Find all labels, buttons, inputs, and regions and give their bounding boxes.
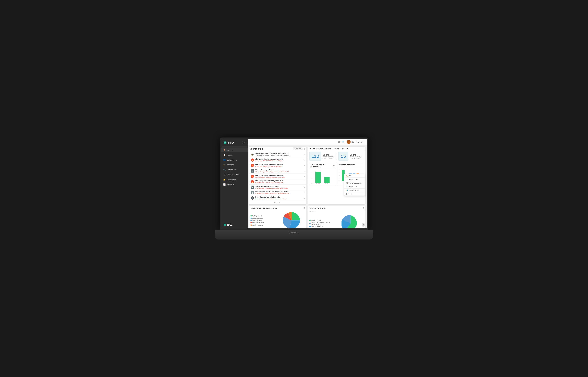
header: ✉ 🔍 Derrick Brown ▾ <box>248 139 367 145</box>
kpa-text: KPA <box>228 141 234 144</box>
hamburger-icon[interactable]: ☰ <box>243 141 246 144</box>
user-name: Derrick Brown <box>351 141 363 143</box>
task-arrow-icon: ▶ <box>304 192 305 194</box>
training-status-header: TRAINING STATUS BY JOB TITLE ⚙ <box>249 206 306 210</box>
doc-task-icon: 📄 <box>251 191 254 194</box>
training-status-legend: Drill Specialist Project Manager <box>250 215 277 226</box>
task-item[interactable]: 🏛 'Chemical Awareness' Is Expired 9 mont… <box>249 185 306 190</box>
completion-label-2: Count <box>350 153 361 156</box>
edit-icon: ✏️ <box>346 175 348 177</box>
completion-sub2a: Count (Concrete) <box>350 156 361 158</box>
context-menu-export-excel[interactable]: 📊 Export Excel <box>344 188 365 192</box>
building-task-icon: 🏛 <box>251 186 254 189</box>
training-status-content: Drill Specialist Project Manager <box>249 210 306 228</box>
kpa-logo-icon <box>223 141 227 144</box>
service-manager-label: Service Manager <box>252 224 264 226</box>
covid-chart: 0 2 4 month1 month2 <box>309 169 336 185</box>
completion-card-1: 110 Count Count (Assembly) 67% (110 of 1… <box>309 152 334 161</box>
mail-icon[interactable]: ✉ <box>338 141 340 143</box>
form-responses-icon: 📋 <box>346 182 348 184</box>
task-subtitle: 10 months ago This training expired on M… <box>255 171 303 173</box>
area-manager-dot <box>250 220 252 221</box>
task-arrow-icon: ▶ <box>304 181 305 183</box>
task-title: Fire Extinguisher: Monthly Inspection <box>255 158 303 160</box>
user-menu[interactable]: Derrick Brown ▾ <box>347 140 365 144</box>
incident-report-dot <box>309 220 311 221</box>
task-subtitle: 9 months ago EX-0003-DEMO is out of date… <box>255 182 303 183</box>
incident-header: INCIDENT REPORTS <box>337 163 364 167</box>
training-completions-header: TRAINING COMPLETIONS BY LINE OF BUSINESS… <box>308 147 365 151</box>
completion-number-1: 110 <box>309 152 321 161</box>
task-content: 'Anti-Harassment Training for Employees … <box>255 153 303 156</box>
task-title: Body Harness: Monthly Inspection <box>255 196 303 198</box>
training-task-icon: 🎓 <box>251 153 254 156</box>
forms-icon: 📋 <box>223 154 226 156</box>
context-menu-delete[interactable]: 🗑 Delete <box>344 192 365 196</box>
covid-widget: COVID-19 HEALTH SCREENING ⚙ 0 2 <box>309 163 336 185</box>
context-menu-form-responses[interactable]: 📋 Form Responses <box>344 181 365 185</box>
task-arrow-icon: ▶ <box>304 165 305 166</box>
task-item[interactable]: 🎓 'Anti-Harassment Training for Employee… <box>249 152 306 157</box>
completion-sub1b: 67% (110 of 165) <box>323 158 334 159</box>
help-button[interactable]: ? <box>362 223 365 227</box>
harness-task-icon: ⚓ <box>251 197 254 200</box>
svg-text:0.5: 0.5 <box>339 177 340 179</box>
task-item[interactable]: 🏛 'Driver Training' Is Expired 10 months… <box>249 168 306 174</box>
context-menu-edit[interactable]: ✏️ Edit <box>344 174 365 177</box>
sidebar: KPA ☰ 🏠 Home 📋 Forms 👥 Employees <box>221 139 248 228</box>
task-item[interactable]: 🔥 Fire Extinguisher: Monthly Inspection … <box>249 174 306 179</box>
task-content: Fire Extinguisher: Monthly Inspection 9 … <box>255 180 303 184</box>
svg-text:4: 4 <box>311 172 312 173</box>
export-excel-icon: 📊 <box>346 189 348 191</box>
todays-reports-gear-icon[interactable]: ⚙ <box>362 207 364 209</box>
sidebar-bottom-logo-icon <box>223 223 226 226</box>
add-task-button[interactable]: + Add Task <box>293 147 303 150</box>
avatar-image <box>347 140 351 144</box>
export-pdf-icon: 📄 <box>346 186 348 188</box>
sidebar-item-training[interactable]: 🎓 Training <box>221 162 248 167</box>
show-all-button[interactable]: Show All ▾ <box>249 201 306 204</box>
covid-gear-icon[interactable]: ⚙ <box>333 165 335 167</box>
tasks-widget-header: 25 OPEN TASKS + Add Task ⚙ <box>249 147 306 152</box>
sidebar-item-home[interactable]: 🏠 Home <box>221 147 248 153</box>
delete-icon: 🗑 <box>346 193 348 195</box>
context-form-responses-label: Form Responses <box>349 182 361 184</box>
main-area: ✉ 🔍 Derrick Brown ▾ <box>248 139 367 228</box>
task-list: 🎓 'Anti-Harassment Training for Employee… <box>249 151 306 201</box>
training-status-gear-icon[interactable]: ⚙ <box>304 207 305 209</box>
sidebar-item-equipment[interactable]: 🔧 Equipment <box>221 167 248 172</box>
task-item[interactable]: 🔥 Fire Extinguisher: Monthly Inspection … <box>249 163 306 168</box>
service-manager-dot <box>250 224 252 226</box>
todays-reports-widget: TODAY'S REPORTS ⚙ 12/21/21 Incident Repo… <box>308 206 365 228</box>
todays-reports-legend: Incident Report COVID-19 Employee Health… <box>309 219 336 228</box>
sidebar-item-employees[interactable]: 👥 Employees <box>221 157 248 162</box>
context-export-excel-label: Export Excel <box>349 189 358 191</box>
sidebar-item-analysis[interactable]: 📈 Analysis <box>221 182 248 187</box>
nav-items: 🏠 Home 📋 Forms 👥 Employees 🎓 Training <box>221 147 248 221</box>
svg-text:month2: month2 <box>325 183 328 184</box>
tasks-gear-icon[interactable]: ⚙ <box>304 148 305 150</box>
resources-icon: 📁 <box>223 178 226 181</box>
context-menu-change-order[interactable]: ↕ Change Order <box>344 177 365 181</box>
covid-form-dot <box>309 223 311 224</box>
task-item[interactable]: 🔥 Fire Extinguisher: Monthly Inspection … <box>249 157 306 163</box>
todays-reports-header: TODAY'S REPORTS ⚙ <box>308 206 365 210</box>
near-miss-label: Near Miss Report <box>311 226 323 227</box>
completion-sub2b: 33% (55 of 165) <box>350 158 361 159</box>
todays-reports-pie <box>337 214 364 228</box>
svg-rect-8 <box>324 177 330 183</box>
search-icon[interactable]: 🔍 <box>342 141 345 143</box>
sidebar-item-control-panel[interactable]: ⊞ Control Panel <box>221 172 248 177</box>
task-content: Fire Extinguisher: Monthly Inspection A … <box>255 164 303 167</box>
sidebar-logo: KPA ☰ <box>221 139 248 147</box>
context-menu-export-pdf[interactable]: 📄 Export PDF <box>344 185 365 188</box>
task-item[interactable]: ⚓ Body Harness: Monthly Inspection 8 mon… <box>249 195 306 201</box>
sidebar-item-resources[interactable]: 📁 Resources <box>221 177 248 182</box>
task-item[interactable]: 🔥 Fire Extinguisher: Monthly Inspection … <box>249 179 306 185</box>
sidebar-item-forms[interactable]: 📋 Forms <box>221 153 248 157</box>
task-item[interactable]: 📄 Medical examiner verified on National … <box>249 190 306 195</box>
legend-item: Incident Report <box>309 219 336 221</box>
close-icon[interactable]: ✕ <box>362 147 364 150</box>
task-arrow-icon: ▶ <box>304 159 305 161</box>
svg-text:0: 0 <box>311 183 312 184</box>
